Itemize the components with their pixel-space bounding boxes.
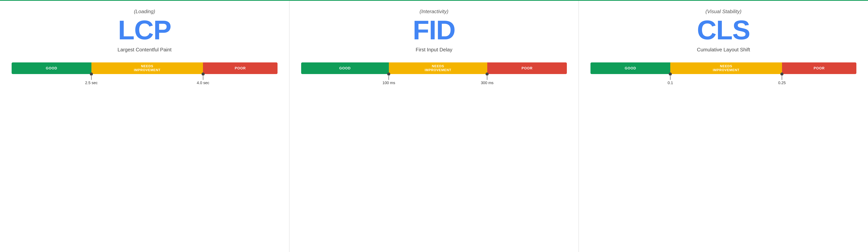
marker-label: 0.1 [668, 81, 673, 85]
marker-line [91, 76, 92, 80]
bar-wrapper-fid: GOOD NEEDSIMPROVEMENT POOR 100 ms [301, 62, 567, 86]
marker-label: 100 ms [382, 81, 395, 85]
markers-fid: 100 ms 300 ms [301, 74, 567, 86]
marker-dot [486, 73, 489, 76]
marker-label: 0.25 [778, 81, 786, 85]
bar-wrapper-cls: GOOD NEEDSIMPROVEMENT POOR 0.1 [590, 62, 857, 86]
marker: 2.5 sec [85, 74, 98, 85]
panel-lcp: (Loading) LCP Largest Contentful Paint G… [0, 1, 289, 252]
marker: 300 ms [481, 74, 494, 85]
marker-dot [90, 73, 93, 76]
bar-needs-lcp: NEEDSIMPROVEMENT [91, 62, 203, 74]
bar-good-cls: GOOD [590, 62, 670, 74]
subtitle-fid: (Interactivity) [420, 8, 448, 15]
bar-poor-fid: POOR [487, 62, 567, 74]
marker-dot [669, 73, 672, 76]
metric-name-cls: Cumulative Layout Shift [697, 47, 750, 53]
marker-line [389, 76, 389, 80]
marker-dot [387, 73, 391, 76]
metric-name-lcp: Largest Contentful Paint [118, 47, 172, 53]
bar-needs-cls: NEEDSIMPROVEMENT [670, 62, 782, 74]
bar-good-lcp: GOOD [11, 62, 91, 74]
marker-dot [780, 73, 783, 76]
marker-line [670, 76, 671, 80]
bar-good-fid: GOOD [301, 62, 389, 74]
bar-poor-cls: POOR [782, 62, 857, 74]
bar-wrapper-lcp: GOOD NEEDSIMPROVEMENT POOR 2.5 sec [11, 62, 278, 86]
markers-cls: 0.1 0.25 [590, 74, 857, 86]
metric-title-cls: CLS [697, 17, 750, 44]
subtitle-cls: (Visual Stability) [706, 8, 742, 15]
subtitle-lcp: (Loading) [134, 8, 155, 15]
panel-fid: (Interactivity) FID First Input Delay GO… [289, 1, 579, 252]
bar-needs-fid: NEEDSIMPROVEMENT [389, 62, 487, 74]
markers-lcp: 2.5 sec 4.0 sec [11, 74, 278, 86]
metric-title-fid: FID [413, 17, 455, 44]
bar-fid: GOOD NEEDSIMPROVEMENT POOR [301, 62, 567, 74]
marker: 0.25 [778, 74, 786, 85]
marker-line [203, 76, 203, 80]
bar-poor-lcp: POOR [203, 62, 277, 74]
marker-line [782, 76, 782, 80]
marker: 0.1 [668, 74, 673, 85]
marker-line [487, 76, 488, 80]
panel-cls: (Visual Stability) CLS Cumulative Layout… [579, 1, 868, 252]
main-container: (Loading) LCP Largest Contentful Paint G… [0, 0, 868, 252]
marker-label: 300 ms [481, 81, 494, 85]
bar-cls: GOOD NEEDSIMPROVEMENT POOR [590, 62, 857, 74]
metric-title-lcp: LCP [118, 17, 171, 44]
metric-name-fid: First Input Delay [415, 47, 452, 53]
marker: 100 ms [382, 74, 395, 85]
marker-label: 2.5 sec [85, 81, 98, 85]
bar-lcp: GOOD NEEDSIMPROVEMENT POOR [11, 62, 278, 74]
marker-dot [202, 73, 205, 76]
marker-label: 4.0 sec [197, 81, 209, 85]
marker: 4.0 sec [197, 74, 209, 85]
